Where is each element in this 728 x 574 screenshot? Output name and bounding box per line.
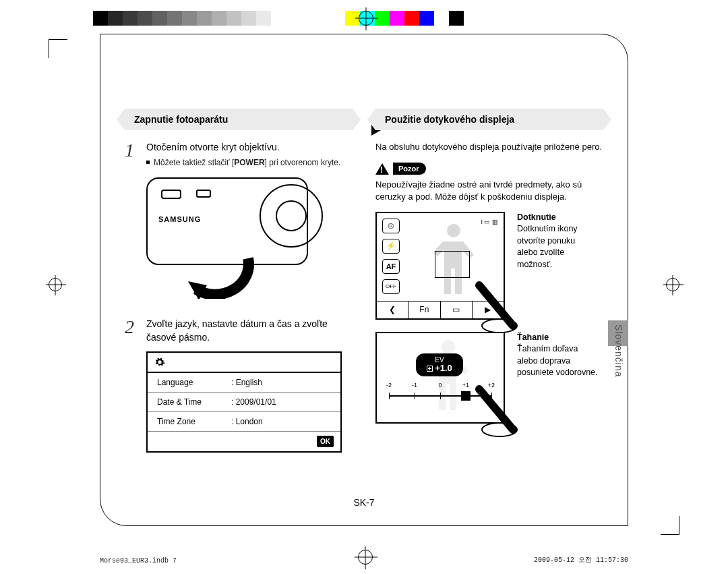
touch-description: Dotknutie Dotknutím ikony otvoríte ponuk… bbox=[517, 212, 598, 271]
menu-row-language: Language : English bbox=[148, 373, 340, 393]
step-2-title: Zvoľte jazyk, nastavte dátum a čas a zvo… bbox=[146, 318, 353, 344]
right-column: Použitie dotykového displeja Na obsluhu … bbox=[375, 109, 603, 453]
caution-badge: Pozor bbox=[375, 163, 603, 175]
ribbon-title: Zapnutie fotoaparátu bbox=[134, 114, 228, 125]
stylus-icon bbox=[473, 279, 520, 339]
ribbon-title: Použitie dotykového displeja bbox=[385, 114, 514, 125]
ribbon-touchscreen: Použitie dotykového displeja bbox=[375, 109, 603, 130]
svg-point-3 bbox=[476, 386, 483, 393]
camera-illustration: SAMSUNG bbox=[146, 173, 342, 308]
gear-icon bbox=[154, 357, 165, 368]
touch-screen-illustration: I ▭ ▥ ◎ ⚡ AF OFF ❮ Fn ▭ ▶ bbox=[375, 212, 505, 320]
off-icon: OFF bbox=[382, 279, 400, 294]
crop-mark-br bbox=[661, 516, 679, 535]
back-button: ❮ bbox=[377, 302, 408, 318]
registration-mark-top bbox=[359, 11, 373, 26]
registration-mark-right bbox=[666, 278, 679, 291]
warning-triangle-icon bbox=[375, 163, 389, 175]
ribbon-power-on: Zapnutie fotoaparátu bbox=[125, 109, 353, 130]
step-2: 2 Zvoľte jazyk, nastavte dátum a čas a z… bbox=[125, 318, 353, 344]
imprint-file: Morse93_EUR3.indb 7 bbox=[100, 557, 177, 565]
ev-icon bbox=[427, 366, 433, 372]
af-icon: AF bbox=[382, 259, 400, 274]
registration-mark-left bbox=[49, 278, 62, 291]
camera-brand: SAMSUNG bbox=[158, 215, 201, 223]
rotate-arrow-icon bbox=[184, 252, 258, 299]
imprint-timestamp: 2009-05-12 오전 11:57:30 bbox=[534, 555, 628, 565]
ok-button-graphic: OK bbox=[317, 436, 334, 447]
caution-label: Pozor bbox=[393, 163, 426, 175]
ev-thumb bbox=[461, 391, 471, 401]
step-1-number: 1 bbox=[125, 141, 140, 168]
fn-button: Fn bbox=[408, 302, 440, 318]
drag-description: Ťahanie Ťahaním doľava alebo doprava pos… bbox=[517, 332, 598, 379]
touch-intro: Na obsluhu dotykového displeja používajt… bbox=[375, 141, 603, 153]
menu-row-timezone: Time Zone : London bbox=[148, 412, 340, 432]
registration-mark-bottom bbox=[358, 550, 373, 565]
disp-button: ▭ bbox=[441, 302, 473, 318]
step-2-number: 2 bbox=[125, 318, 140, 344]
menu-row-datetime: Date & Time : 2009/01/01 bbox=[148, 393, 340, 412]
mode-icon: ◎ bbox=[382, 219, 400, 233]
settings-menu-illustration: Language : English Date & Time : 2009/01… bbox=[146, 351, 342, 453]
caution-text: Nepoužívajte žiadne ostré ani tvrdé pred… bbox=[375, 179, 603, 203]
page-number: SK-7 bbox=[353, 497, 374, 508]
touch-example: I ▭ ▥ ◎ ⚡ AF OFF ❮ Fn ▭ ▶ bbox=[375, 212, 603, 320]
ev-badge: EV +1.0 bbox=[416, 353, 463, 376]
status-indicators: I ▭ ▥ bbox=[481, 219, 498, 225]
step-1-title: Otočením otvorte kryt objektívu. bbox=[146, 141, 353, 154]
drag-example: EV +1.0 -2 -1 0 +1 +2 bbox=[375, 332, 603, 424]
print-color-bar bbox=[93, 11, 464, 26]
svg-point-1 bbox=[476, 282, 483, 289]
focus-frame bbox=[435, 251, 470, 278]
drag-screen-illustration: EV +1.0 -2 -1 0 +1 +2 bbox=[375, 332, 505, 424]
stylus-icon bbox=[473, 382, 520, 442]
language-tab: Slovenčina bbox=[608, 320, 628, 408]
left-column: Zapnutie fotoaparátu 1 Otočením otvorte … bbox=[125, 109, 353, 453]
step-1-bullet: Môžete taktiež stlačiť [POWER] pri otvor… bbox=[146, 157, 353, 169]
flash-icon: ⚡ bbox=[382, 239, 400, 254]
page-frame: Zapnutie fotoaparátu 1 Otočením otvorte … bbox=[100, 34, 628, 526]
crop-mark-tl bbox=[49, 39, 67, 58]
step-1: 1 Otočením otvorte kryt objektívu. Môžet… bbox=[125, 141, 353, 168]
